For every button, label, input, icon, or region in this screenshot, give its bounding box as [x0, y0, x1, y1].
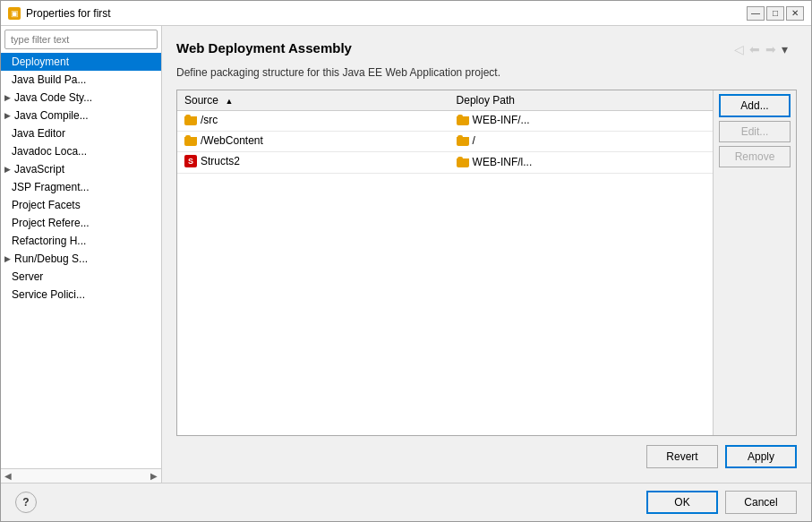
source-text: /src: [201, 114, 218, 126]
help-button[interactable]: ?: [15, 492, 37, 513]
nav-arrows: ◁ ⬅ ➡ ▾: [732, 40, 790, 58]
panel-title: Web Deployment Assembly: [176, 40, 352, 56]
deploy-path-text: WEB-INF/...: [473, 114, 530, 126]
sidebar-item-project-facets[interactable]: Project Facets: [1, 196, 161, 214]
sidebar-item-label: JavaScript: [14, 163, 64, 175]
sidebar-item-java-code-style[interactable]: ▶Java Code Sty...: [1, 89, 161, 107]
sidebar-item-run-debug[interactable]: ▶Run/Debug S...: [1, 250, 161, 268]
deploy-folder-icon: WEB-INF/...: [457, 114, 530, 126]
nav-forward-icon[interactable]: ➡: [764, 40, 778, 58]
deploy-path-cell: /: [449, 132, 713, 152]
sidebar-item-label: Java Editor: [12, 127, 65, 140]
chevron-right-icon: ▶: [4, 254, 11, 263]
sidebar-item-project-references[interactable]: Project Refere...: [1, 214, 161, 232]
sidebar-item-java-compiler[interactable]: ▶Java Compile...: [1, 107, 161, 124]
folder-icon: /WebContent: [184, 134, 263, 147]
close-button[interactable]: ✕: [786, 6, 804, 21]
maximize-button[interactable]: □: [766, 6, 784, 21]
sidebar-item-label: Java Build Pa...: [12, 73, 86, 86]
footer-left: ?: [15, 492, 37, 513]
nav-dropdown-icon[interactable]: ▾: [780, 40, 790, 58]
sidebar-item-service-policies[interactable]: Service Polici...: [1, 286, 161, 304]
revert-button[interactable]: Revert: [646, 445, 718, 468]
footer-right: OK Cancel: [646, 491, 797, 514]
remove-button[interactable]: Remove: [719, 146, 791, 167]
table-container: Source ▲ Deploy Path /src WEB-INF/... /W…: [176, 90, 797, 436]
title-controls: — □ ✕: [747, 6, 804, 21]
sidebar: DeploymentJava Build Pa...▶Java Code Sty…: [1, 26, 162, 483]
source-cell: /src: [177, 111, 449, 132]
title-bar-left: ▣ Properties for first: [8, 7, 111, 20]
action-buttons: Add... Edit... Remove: [713, 90, 796, 435]
sidebar-item-java-editor[interactable]: Java Editor: [1, 124, 161, 142]
sidebar-item-javadoc-location[interactable]: Javadoc Loca...: [1, 142, 161, 160]
table-row[interactable]: /WebContent /: [177, 132, 713, 152]
sidebar-item-refactoring[interactable]: Refactoring H...: [1, 232, 161, 250]
deploy-folder-icon: WEB-INF/l...: [457, 156, 533, 168]
folder-icon: /src: [184, 114, 218, 126]
source-text: /WebContent: [201, 134, 263, 147]
sidebar-item-label: Project Facets: [12, 199, 81, 211]
dialog-footer: ? OK Cancel: [1, 483, 811, 521]
table-body: /src WEB-INF/... /WebContent / Structs2 …: [177, 111, 713, 174]
sidebar-item-label: Java Code Sty...: [14, 91, 92, 104]
title-icon: ▣: [8, 7, 21, 20]
sidebar-item-label: Service Polici...: [12, 288, 85, 301]
scroll-right-icon[interactable]: ▶: [150, 471, 158, 481]
apply-button[interactable]: Apply: [725, 445, 797, 468]
deploy-folder-img: [457, 135, 469, 146]
table-wrapper: Source ▲ Deploy Path /src WEB-INF/... /W…: [177, 90, 713, 435]
sidebar-item-label: Javadoc Loca...: [12, 145, 87, 158]
minimize-button[interactable]: —: [747, 6, 765, 21]
table-row[interactable]: Structs2 WEB-INF/l...: [177, 152, 713, 174]
filter-input[interactable]: [4, 30, 158, 49]
scroll-left-icon[interactable]: ◀: [4, 471, 12, 481]
dialog: ▣ Properties for first — □ ✕ DeploymentJ…: [0, 0, 812, 522]
folder-img: [184, 115, 197, 125]
sidebar-item-label: Server: [12, 270, 43, 283]
deploy-path-text: WEB-INF/l...: [473, 156, 533, 168]
chevron-right-icon: ▶: [4, 111, 11, 120]
nav-back-alt-icon[interactable]: ⬅: [748, 40, 762, 58]
sidebar-item-label: JSP Fragment...: [12, 181, 89, 193]
sort-icon: ▲: [225, 97, 233, 106]
sidebar-list: DeploymentJava Build Pa...▶Java Code Sty…: [1, 53, 161, 468]
cancel-button[interactable]: Cancel: [725, 491, 797, 514]
sidebar-item-jsp-fragments[interactable]: JSP Fragment...: [1, 178, 161, 196]
col-source: Source ▲: [177, 90, 449, 111]
chevron-right-icon: ▶: [4, 93, 11, 102]
edit-button[interactable]: Edit...: [719, 121, 791, 142]
ok-button[interactable]: OK: [646, 491, 718, 514]
title-bar: ▣ Properties for first — □ ✕: [1, 1, 811, 26]
folder-img: [184, 135, 197, 146]
source-text: Structs2: [201, 155, 240, 167]
dialog-title: Properties for first: [26, 7, 111, 20]
deploy-folder-img: [457, 157, 469, 167]
deploy-path-cell: WEB-INF/...: [449, 111, 713, 132]
sidebar-item-label: Refactoring H...: [12, 235, 86, 247]
col-deploy-path: Deploy Path: [449, 90, 713, 111]
add-button[interactable]: Add...: [719, 94, 791, 117]
source-cell: /WebContent: [177, 132, 449, 152]
deploy-path-text: /: [473, 134, 475, 147]
content-area: DeploymentJava Build Pa...▶Java Code Sty…: [1, 26, 811, 483]
sidebar-item-label: Project Refere...: [12, 217, 90, 229]
source-cell: Structs2: [177, 152, 449, 174]
chevron-right-icon: ▶: [4, 165, 11, 174]
deploy-folder-img: [457, 115, 469, 125]
structs-icon: Structs2: [184, 155, 240, 167]
structs-img: [184, 155, 197, 167]
sidebar-scroll-hints: ◀ ▶: [1, 468, 161, 483]
sidebar-item-deployment[interactable]: Deployment: [1, 53, 161, 71]
deploy-folder-icon: /: [457, 134, 475, 147]
sidebar-item-label: Run/Debug S...: [14, 252, 88, 265]
table-row[interactable]: /src WEB-INF/...: [177, 111, 713, 132]
sidebar-item-javascript[interactable]: ▶JavaScript: [1, 160, 161, 178]
sidebar-item-label: Java Compile...: [14, 109, 89, 122]
sidebar-item-server[interactable]: Server: [1, 268, 161, 286]
bottom-actions: Revert Apply: [176, 436, 797, 468]
table-header: Source ▲ Deploy Path: [177, 90, 713, 111]
nav-back-icon[interactable]: ◁: [732, 40, 746, 58]
panel-description: Define packaging structure for this Java…: [176, 66, 797, 79]
sidebar-item-java-build-path[interactable]: Java Build Pa...: [1, 71, 161, 89]
